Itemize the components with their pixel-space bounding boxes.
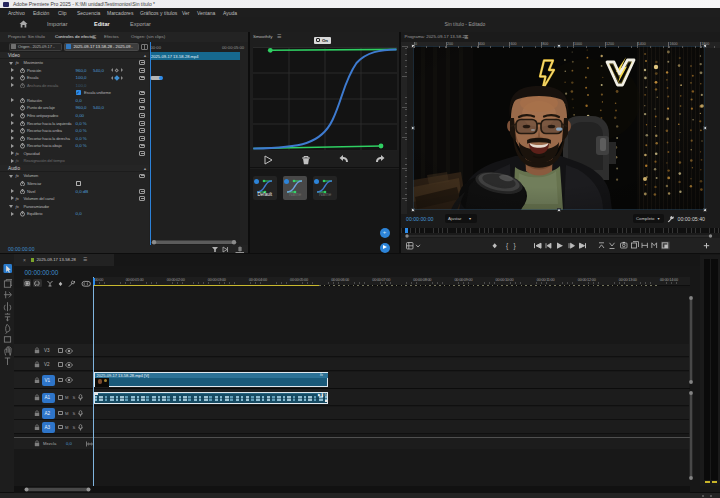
svg-text:}: } <box>513 242 516 250</box>
svg-text:{: { <box>506 242 509 250</box>
